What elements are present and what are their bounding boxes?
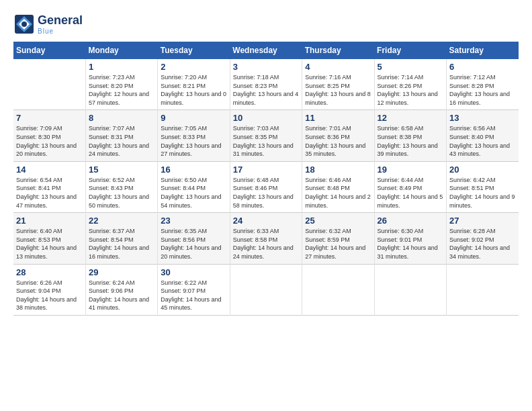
header-monday: Monday [85, 42, 157, 59]
calendar-cell: 27Sunrise: 6:28 AMSunset: 9:02 PMDayligh… [447, 213, 519, 264]
day-info: Sunrise: 7:20 AMSunset: 8:21 PMDaylight:… [161, 73, 226, 107]
calendar-cell: 15Sunrise: 6:52 AMSunset: 8:43 PMDayligh… [85, 161, 157, 212]
day-number: 10 [233, 113, 299, 123]
calendar-cell: 13Sunrise: 6:56 AMSunset: 8:40 PMDayligh… [447, 110, 519, 161]
header-sunday: Sunday [13, 42, 85, 59]
day-info: Sunrise: 6:48 AMSunset: 8:46 PMDaylight:… [233, 176, 299, 210]
day-number: 14 [16, 165, 83, 175]
page-header: General Blue [13, 13, 519, 35]
header-friday: Friday [374, 42, 446, 59]
day-number: 13 [449, 113, 516, 123]
calendar-cell: 14Sunrise: 6:54 AMSunset: 8:41 PMDayligh… [13, 161, 85, 212]
day-number: 1 [89, 62, 154, 72]
calendar-week-row: 28Sunrise: 6:26 AMSunset: 9:04 PMDayligh… [13, 264, 519, 315]
calendar-cell: 30Sunrise: 6:22 AMSunset: 9:07 PMDayligh… [158, 264, 230, 315]
day-number: 26 [378, 216, 443, 226]
day-info: Sunrise: 6:50 AMSunset: 8:44 PMDaylight:… [161, 176, 226, 210]
calendar-cell: 12Sunrise: 6:58 AMSunset: 8:38 PMDayligh… [374, 110, 446, 161]
day-info: Sunrise: 7:18 AMSunset: 8:23 PMDaylight:… [233, 73, 299, 107]
day-info: Sunrise: 6:30 AMSunset: 9:01 PMDaylight:… [378, 227, 443, 261]
day-number: 8 [89, 113, 154, 123]
calendar-cell: 23Sunrise: 6:35 AMSunset: 8:56 PMDayligh… [158, 213, 230, 264]
svg-point-3 [21, 21, 27, 27]
day-info: Sunrise: 7:14 AMSunset: 8:26 PMDaylight:… [378, 73, 443, 107]
calendar-cell: 3Sunrise: 7:18 AMSunset: 8:23 PMDaylight… [230, 59, 302, 110]
calendar-cell: 2Sunrise: 7:20 AMSunset: 8:21 PMDaylight… [158, 59, 230, 110]
calendar-cell: 8Sunrise: 7:07 AMSunset: 8:31 PMDaylight… [85, 110, 157, 161]
day-info: Sunrise: 6:24 AMSunset: 9:06 PMDaylight:… [89, 279, 154, 312]
day-number: 25 [305, 216, 371, 226]
calendar-table: SundayMondayTuesdayWednesdayThursdayFrid… [13, 42, 519, 316]
day-info: Sunrise: 7:09 AMSunset: 8:30 PMDaylight:… [16, 124, 83, 158]
calendar-cell [302, 264, 374, 315]
day-info: Sunrise: 6:32 AMSunset: 8:59 PMDaylight:… [305, 227, 371, 261]
day-number: 23 [161, 216, 226, 226]
day-info: Sunrise: 6:58 AMSunset: 8:38 PMDaylight:… [378, 124, 443, 158]
day-info: Sunrise: 6:54 AMSunset: 8:41 PMDaylight:… [16, 176, 83, 210]
calendar-cell [13, 59, 85, 110]
day-number: 5 [378, 62, 443, 72]
calendar-cell: 7Sunrise: 7:09 AMSunset: 8:30 PMDaylight… [13, 110, 85, 161]
day-info: Sunrise: 6:44 AMSunset: 8:49 PMDaylight:… [378, 176, 443, 210]
calendar-week-row: 21Sunrise: 6:40 AMSunset: 8:53 PMDayligh… [13, 213, 519, 264]
calendar-cell: 25Sunrise: 6:32 AMSunset: 8:59 PMDayligh… [302, 213, 374, 264]
calendar-cell [230, 264, 302, 315]
day-info: Sunrise: 6:35 AMSunset: 8:56 PMDaylight:… [161, 227, 226, 261]
calendar-week-row: 1Sunrise: 7:23 AMSunset: 8:20 PMDaylight… [13, 59, 519, 110]
day-number: 17 [233, 165, 299, 175]
day-info: Sunrise: 7:07 AMSunset: 8:31 PMDaylight:… [89, 124, 154, 158]
day-info: Sunrise: 6:52 AMSunset: 8:43 PMDaylight:… [89, 176, 154, 210]
header-wednesday: Wednesday [230, 42, 302, 59]
day-number: 3 [233, 62, 299, 72]
calendar-cell: 28Sunrise: 6:26 AMSunset: 9:04 PMDayligh… [13, 264, 85, 315]
calendar-header-row: SundayMondayTuesdayWednesdayThursdayFrid… [13, 42, 519, 59]
calendar-cell: 11Sunrise: 7:01 AMSunset: 8:36 PMDayligh… [302, 110, 374, 161]
calendar-cell: 16Sunrise: 6:50 AMSunset: 8:44 PMDayligh… [158, 161, 230, 212]
calendar-cell: 19Sunrise: 6:44 AMSunset: 8:49 PMDayligh… [374, 161, 446, 212]
day-info: Sunrise: 6:28 AMSunset: 9:02 PMDaylight:… [449, 227, 516, 261]
day-info: Sunrise: 7:16 AMSunset: 8:25 PMDaylight:… [305, 73, 371, 107]
day-info: Sunrise: 6:42 AMSunset: 8:51 PMDaylight:… [449, 176, 516, 210]
calendar-cell: 21Sunrise: 6:40 AMSunset: 8:53 PMDayligh… [13, 213, 85, 264]
day-number: 15 [89, 165, 154, 175]
logo-icon [13, 13, 35, 35]
day-number: 2 [161, 62, 226, 72]
day-number: 7 [16, 113, 83, 123]
calendar-cell: 20Sunrise: 6:42 AMSunset: 8:51 PMDayligh… [447, 161, 519, 212]
day-number: 18 [305, 165, 371, 175]
calendar-cell: 26Sunrise: 6:30 AMSunset: 9:01 PMDayligh… [374, 213, 446, 264]
day-number: 9 [161, 113, 226, 123]
day-info: Sunrise: 6:56 AMSunset: 8:40 PMDaylight:… [449, 124, 516, 158]
calendar-cell [374, 264, 446, 315]
day-number: 4 [305, 62, 371, 72]
day-number: 12 [378, 113, 443, 123]
calendar-cell: 5Sunrise: 7:14 AMSunset: 8:26 PMDaylight… [374, 59, 446, 110]
day-info: Sunrise: 6:37 AMSunset: 8:54 PMDaylight:… [89, 227, 154, 261]
day-number: 30 [161, 267, 226, 277]
day-info: Sunrise: 6:26 AMSunset: 9:04 PMDaylight:… [16, 279, 83, 312]
calendar-cell: 4Sunrise: 7:16 AMSunset: 8:25 PMDaylight… [302, 59, 374, 110]
calendar-cell: 1Sunrise: 7:23 AMSunset: 8:20 PMDaylight… [85, 59, 157, 110]
calendar-cell: 29Sunrise: 6:24 AMSunset: 9:06 PMDayligh… [85, 264, 157, 315]
header-thursday: Thursday [302, 42, 374, 59]
day-number: 20 [449, 165, 516, 175]
day-info: Sunrise: 6:40 AMSunset: 8:53 PMDaylight:… [16, 227, 83, 261]
calendar-cell: 10Sunrise: 7:03 AMSunset: 8:35 PMDayligh… [230, 110, 302, 161]
day-info: Sunrise: 7:03 AMSunset: 8:35 PMDaylight:… [233, 124, 299, 158]
day-number: 28 [16, 267, 83, 277]
calendar-cell: 6Sunrise: 7:12 AMSunset: 8:28 PMDaylight… [447, 59, 519, 110]
day-number: 22 [89, 216, 154, 226]
header-saturday: Saturday [447, 42, 519, 59]
day-number: 19 [378, 165, 443, 175]
day-number: 21 [16, 216, 83, 226]
calendar-cell: 22Sunrise: 6:37 AMSunset: 8:54 PMDayligh… [85, 213, 157, 264]
logo: General Blue [13, 13, 83, 35]
calendar-cell: 24Sunrise: 6:33 AMSunset: 8:58 PMDayligh… [230, 213, 302, 264]
logo-text: General [38, 13, 83, 28]
day-info: Sunrise: 6:46 AMSunset: 8:48 PMDaylight:… [305, 176, 371, 210]
calendar-week-row: 14Sunrise: 6:54 AMSunset: 8:41 PMDayligh… [13, 161, 519, 212]
day-info: Sunrise: 7:05 AMSunset: 8:33 PMDaylight:… [161, 124, 226, 158]
calendar-cell [447, 264, 519, 315]
day-info: Sunrise: 6:22 AMSunset: 9:07 PMDaylight:… [161, 279, 226, 312]
day-number: 6 [449, 62, 516, 72]
